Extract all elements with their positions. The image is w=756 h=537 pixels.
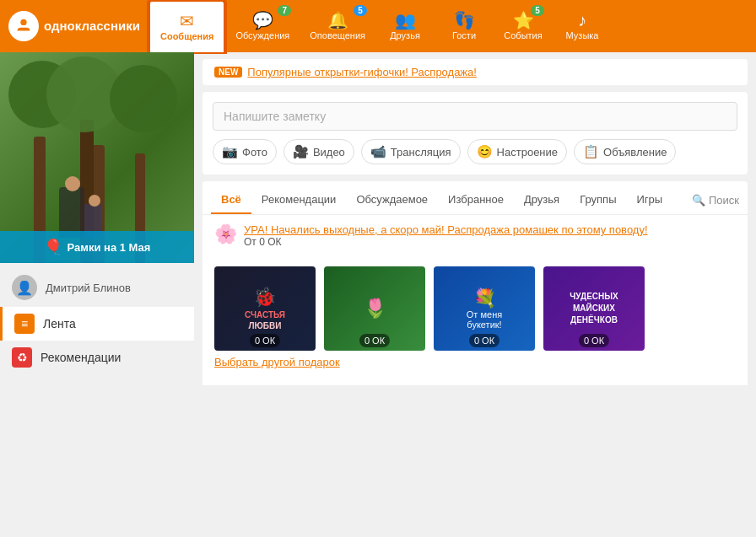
promo-banner: NEW Популярные открытки-гифочки! Распрод… xyxy=(202,59,748,85)
photo-label: Фото xyxy=(242,146,267,158)
gift-card-4[interactable]: ЧУДЕСНЫХМАЙСКИХДЕНЁЧКОВ 0 ОК xyxy=(543,266,645,351)
feed-label: Лента xyxy=(43,317,76,330)
events-label: События xyxy=(504,30,542,40)
friends-icon: 👥 xyxy=(395,12,416,29)
discussions-icon: 💬 xyxy=(252,12,273,29)
nav-item-music[interactable]: ♪ Музыка xyxy=(553,0,612,52)
mood-icon: 😊 xyxy=(477,144,493,159)
nav-item-events[interactable]: 5 ⭐ События xyxy=(494,0,553,52)
gift-card-3[interactable]: 💐 От менябукетик! 0 ОК xyxy=(434,266,535,351)
post-actions: 📷 Фото 🎥 Видео 📹 Трансляция 😊 Настроение… xyxy=(213,139,737,164)
feed-promo: 🌸 УРА! Начались выходные, а скоро май! Р… xyxy=(202,215,748,256)
gift-count-2: 0 ОК xyxy=(359,334,390,347)
frames-banner[interactable]: 🎈 Рамки на 1 Мая xyxy=(0,231,194,263)
gift-card-img-3: 💐 От менябукетик! 0 ОК xyxy=(434,266,535,351)
post-input[interactable]: Напишите заметку xyxy=(213,102,737,131)
nav-item-notifications[interactable]: 5 🔔 Оповещения xyxy=(300,0,375,52)
discussions-badge: 7 xyxy=(278,5,291,16)
video-button[interactable]: 🎥 Видео xyxy=(284,139,354,164)
notifications-label: Оповещения xyxy=(310,30,365,40)
promo-text[interactable]: Популярные открытки-гифочки! Распродажа! xyxy=(247,66,477,78)
ad-button[interactable]: 📋 Объявление xyxy=(574,139,676,164)
main-container: 🎈 Рамки на 1 Мая 👤 Дмитрий Блинов ≡ Лент… xyxy=(0,52,756,537)
logo-text: одноклассники xyxy=(44,19,140,34)
feed-icon: ≡ xyxy=(14,314,35,334)
photo-icon: 📷 xyxy=(222,144,238,159)
mood-label: Настроение xyxy=(497,146,558,158)
gift-count-1: 0 ОК xyxy=(250,334,280,347)
messages-label: Сообщения xyxy=(160,31,213,41)
broadcast-label: Трансляция xyxy=(391,146,451,158)
tab-friends[interactable]: Друзья xyxy=(514,186,570,214)
feed-promo-content: УРА! Начались выходные, а скоро май! Рас… xyxy=(244,223,648,248)
tabs-row: Всё Рекомендации Обсуждаемое Избранное Д… xyxy=(202,186,748,215)
sidebar: 🎈 Рамки на 1 Мая 👤 Дмитрий Блинов ≡ Лент… xyxy=(0,52,194,537)
sidebar-menu: 👤 Дмитрий Блинов ≡ Лента ♻ Рекомендации xyxy=(0,263,194,379)
ad-icon: 📋 xyxy=(583,144,599,159)
gift-cards: 🐞 СЧАСТЬЯ ЛЮБВИ 0 ОК 🌷 0 ОК xyxy=(202,260,748,385)
events-badge: 5 xyxy=(531,5,544,16)
promo-new-badge: NEW xyxy=(214,67,242,78)
tab-favorites[interactable]: Избранное xyxy=(438,186,514,214)
user-name: Дмитрий Блинов xyxy=(46,282,131,294)
gift-card-img-2: 🌷 0 ОК xyxy=(324,266,425,351)
messages-icon: ✉ xyxy=(180,13,194,30)
nav-item-guests[interactable]: 👣 Гости xyxy=(435,0,494,52)
gift-card-img-1: 🐞 СЧАСТЬЯ ЛЮБВИ 0 ОК xyxy=(214,266,316,351)
gift-more-link[interactable]: Выбрать другой подарок xyxy=(214,351,340,373)
ad-label: Объявление xyxy=(603,146,667,158)
gift-cards-grid: 🐞 СЧАСТЬЯ ЛЮБВИ 0 ОК 🌷 0 ОК xyxy=(214,266,736,351)
broadcast-icon: 📹 xyxy=(370,144,386,159)
logo-icon xyxy=(8,11,39,41)
gift-count-4: 0 ОК xyxy=(579,334,609,347)
friends-label: Друзья xyxy=(390,30,420,40)
gift-card-2[interactable]: 🌷 0 ОК xyxy=(324,266,425,351)
discussions-label: Обсуждения xyxy=(235,30,289,40)
gift-count-3: 0 ОК xyxy=(469,334,500,347)
music-icon: ♪ xyxy=(578,12,586,29)
events-icon: ⭐ xyxy=(513,12,534,29)
search-icon: 🔍 xyxy=(692,194,705,207)
tab-games[interactable]: Игры xyxy=(626,186,672,214)
user-avatar: 👤 xyxy=(12,275,37,300)
tab-recommended[interactable]: Рекомендации xyxy=(251,186,347,214)
nav-items: ✉ Сообщения 7 💬 Обсуждения 5 🔔 Оповещени… xyxy=(148,0,612,52)
feed-promo-subtext: От 0 ОК xyxy=(244,236,648,248)
video-label: Видео xyxy=(313,146,345,158)
feed-promo-text[interactable]: УРА! Начались выходные, а скоро май! Рас… xyxy=(244,223,648,236)
search-label: Поиск xyxy=(709,194,739,207)
gift-card-1[interactable]: 🐞 СЧАСТЬЯ ЛЮБВИ 0 ОК xyxy=(214,266,316,351)
tab-all[interactable]: Всё xyxy=(211,186,251,214)
photo-button[interactable]: 📷 Фото xyxy=(213,139,277,164)
nav-item-messages[interactable]: ✉ Сообщения xyxy=(148,0,225,52)
nav-item-friends[interactable]: 👥 Друзья xyxy=(375,0,435,52)
header: одноклассники ✉ Сообщения 7 💬 Обсуждения… xyxy=(0,0,756,52)
svg-point-0 xyxy=(20,19,26,25)
recommendations-label: Рекомендации xyxy=(40,351,121,364)
tab-discussed[interactable]: Обсуждаемое xyxy=(346,186,438,214)
notifications-icon: 🔔 xyxy=(327,12,348,29)
sidebar-link-recommendations[interactable]: ♻ Рекомендации xyxy=(0,341,194,374)
sidebar-photo: 🎈 Рамки на 1 Мая xyxy=(0,52,194,263)
sidebar-user[interactable]: 👤 Дмитрий Блинов xyxy=(0,268,194,307)
flower-icon: 🌸 xyxy=(214,223,237,245)
frames-label: Рамки на 1 Мая xyxy=(68,241,151,254)
balloons-icon: 🎈 xyxy=(44,238,62,256)
gift-card-img-4: ЧУДЕСНЫХМАЙСКИХДЕНЁЧКОВ 0 ОК xyxy=(543,266,645,351)
tab-groups[interactable]: Группы xyxy=(570,186,626,214)
post-box: Напишите заметку 📷 Фото 🎥 Видео 📹 Трансл… xyxy=(202,92,748,175)
nav-item-discussions[interactable]: 7 💬 Обсуждения xyxy=(225,0,300,52)
guests-label: Гости xyxy=(452,30,476,40)
notifications-badge: 5 xyxy=(354,5,367,16)
music-label: Музыка xyxy=(566,30,599,40)
guests-icon: 👣 xyxy=(454,12,475,29)
sidebar-link-feed[interactable]: ≡ Лента xyxy=(0,307,194,341)
mood-button[interactable]: 😊 Настроение xyxy=(467,139,567,164)
recommendations-icon: ♻ xyxy=(12,347,32,368)
feed-tabs: Всё Рекомендации Обсуждаемое Избранное Д… xyxy=(202,181,748,385)
tab-search[interactable]: 🔍 Поиск xyxy=(692,187,739,213)
broadcast-button[interactable]: 📹 Трансляция xyxy=(361,139,461,164)
logo-area: одноклассники xyxy=(8,11,140,41)
content-area: NEW Популярные открытки-гифочки! Распрод… xyxy=(194,52,756,537)
video-icon: 🎥 xyxy=(293,144,309,159)
